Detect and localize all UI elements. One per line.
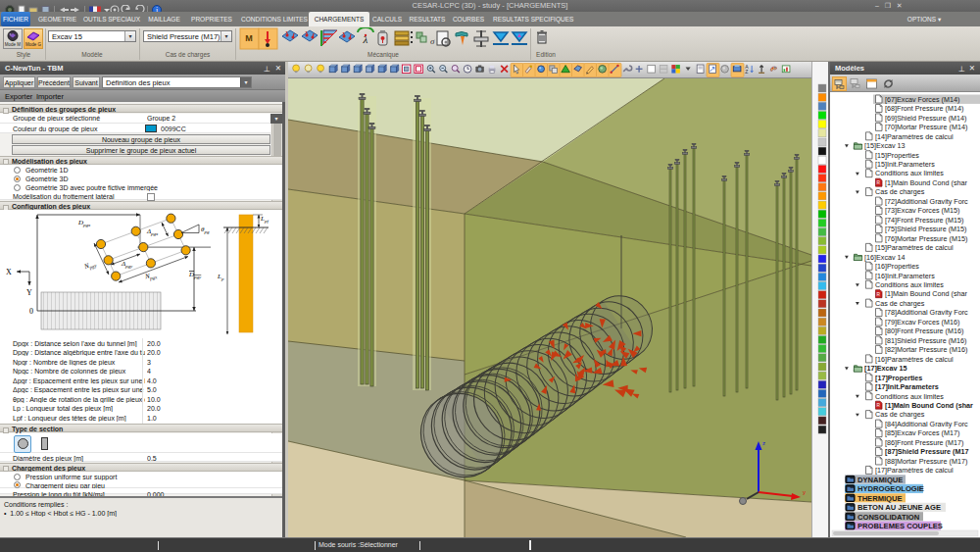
svg-text:[74]Front Pressure (M15): [74]Front Pressure (M15) bbox=[885, 216, 963, 225]
svg-text:BETON AU JEUNE AGE: BETON AU JEUNE AGE bbox=[858, 503, 941, 512]
svg-text:PROBLEMES COUPLES: PROBLEMES COUPLES bbox=[858, 522, 943, 530]
svg-text:[67]Excav Forces (M14): [67]Excav Forces (M14) bbox=[885, 95, 959, 104]
svg-text:Lp: Lp bbox=[217, 273, 224, 281]
svg-text:R: R bbox=[876, 403, 880, 408]
svg-text:[79]Excav Forces (M16): [79]Excav Forces (M16) bbox=[885, 318, 959, 326]
svg-text:Dpgy: Dpgy bbox=[188, 271, 202, 279]
svg-text:[16]Paramètres de calcul: [16]Paramètres de calcul bbox=[875, 355, 954, 364]
svg-text:y: y bbox=[803, 489, 806, 495]
svg-text:[80]Front Pressure (M16): [80]Front Pressure (M16) bbox=[885, 326, 963, 335]
svg-text:[78]Additional Gravity Forc: [78]Additional Gravity Forc bbox=[885, 308, 968, 317]
svg-text:[86]Front Pressure (M17): [86]Front Pressure (M17) bbox=[885, 438, 963, 447]
svg-text:[15]Excav 13: [15]Excav 13 bbox=[864, 141, 906, 150]
svg-text:[73]Excav Forces (M15): [73]Excav Forces (M15) bbox=[885, 206, 959, 215]
svg-text:[70]Mortar Pressure (M14): [70]Mortar Pressure (M14) bbox=[885, 123, 967, 131]
svg-text:[88]Mortar Pressure (M17): [88]Mortar Pressure (M17) bbox=[885, 457, 967, 466]
svg-text:Y: Y bbox=[26, 288, 32, 297]
svg-text:z: z bbox=[762, 440, 765, 446]
svg-text:σ: σ bbox=[430, 36, 435, 46]
svg-text:[16]Excav 14: [16]Excav 14 bbox=[864, 253, 906, 262]
svg-text:Δpgx: Δpgx bbox=[146, 227, 159, 236]
svg-text:[69]Shield Pressure (M14): [69]Shield Pressure (M14) bbox=[885, 114, 967, 123]
svg-text:DYNAMIQUE: DYNAMIQUE bbox=[858, 476, 903, 484]
svg-text:[1]Main Bound Cond (shar: [1]Main Bound Cond (shar bbox=[885, 289, 968, 298]
svg-text:[17]Properties: [17]Properties bbox=[875, 374, 922, 382]
svg-text:[81]Shield Pressure (M16): [81]Shield Pressure (M16) bbox=[885, 336, 967, 345]
svg-text:[87]Shield Pressure (M17: [87]Shield Pressure (M17 bbox=[885, 447, 969, 456]
svg-text:R: R bbox=[876, 180, 880, 185]
svg-text:HYDROGEOLOGIE: HYDROGEOLOGIE bbox=[858, 484, 924, 493]
svg-text:[14]Paramètres de calcul: [14]Paramètres de calcul bbox=[875, 132, 954, 141]
svg-text:Conditions aux limites: Conditions aux limites bbox=[875, 392, 944, 401]
svg-text:[16]Properties: [16]Properties bbox=[875, 262, 919, 271]
svg-text:[72]Additional Gravity Forc: [72]Additional Gravity Forc bbox=[885, 197, 968, 206]
svg-text:[1]Main Bound Cond (shar: [1]Main Bound Cond (shar bbox=[885, 401, 973, 410]
svg-text:[17]Paramètres de calcul: [17]Paramètres de calcul bbox=[875, 466, 954, 475]
svg-text:[15]Properties: [15]Properties bbox=[875, 151, 919, 160]
svg-text:Conditions aux limites: Conditions aux limites bbox=[875, 169, 944, 177]
svg-text:Cas de charges: Cas de charges bbox=[875, 299, 925, 308]
svg-text:[84]Additional Gravity Forc: [84]Additional Gravity Forc bbox=[885, 420, 968, 428]
svg-text:[15]Paramètres de calcul: [15]Paramètres de calcul bbox=[875, 243, 954, 252]
svg-text:Z: Z bbox=[745, 69, 748, 75]
svg-text:Npgy: Npgy bbox=[82, 259, 98, 272]
svg-text:0: 0 bbox=[29, 307, 33, 316]
svg-text:[15]Init.Parameters: [15]Init.Parameters bbox=[875, 160, 935, 169]
svg-text:[76]Mortar Pressure (M15): [76]Mortar Pressure (M15) bbox=[885, 234, 967, 243]
svg-text:Dpgx: Dpgx bbox=[77, 219, 91, 227]
svg-text:[82]Mortar Pressure (M16): [82]Mortar Pressure (M16) bbox=[885, 345, 967, 354]
svg-text:Cas de charges: Cas de charges bbox=[875, 187, 925, 196]
svg-text:X: X bbox=[6, 268, 12, 276]
svg-text:Lpf: Lpf bbox=[260, 215, 269, 224]
svg-text:θpg: θpg bbox=[201, 226, 210, 234]
svg-text:Cas de charges: Cas de charges bbox=[875, 410, 925, 419]
svg-text:[17]Init.Parameters: [17]Init.Parameters bbox=[875, 382, 939, 391]
svg-text:[75]Shield Pressure (M15): [75]Shield Pressure (M15) bbox=[885, 225, 967, 233]
svg-text:[1]Main Bound Cond (shar: [1]Main Bound Cond (shar bbox=[885, 178, 968, 187]
svg-text:M: M bbox=[245, 33, 253, 43]
svg-text:CONSOLIDATION: CONSOLIDATION bbox=[858, 513, 919, 522]
svg-text:[16]Init.Parameters: [16]Init.Parameters bbox=[875, 272, 935, 280]
svg-text:Conditions aux limites: Conditions aux limites bbox=[875, 280, 944, 289]
svg-text:R: R bbox=[876, 292, 880, 297]
svg-text:[85]Excav Forces (M17): [85]Excav Forces (M17) bbox=[885, 428, 959, 437]
svg-text:[17]Excav 15: [17]Excav 15 bbox=[864, 364, 907, 373]
svg-text:Δpgy: Δpgy bbox=[121, 260, 133, 269]
svg-text:Npgx: Npgx bbox=[143, 271, 158, 281]
svg-text:[68]Front Pressure (M14): [68]Front Pressure (M14) bbox=[885, 104, 963, 113]
svg-text:THERMIQUE: THERMIQUE bbox=[858, 494, 903, 503]
